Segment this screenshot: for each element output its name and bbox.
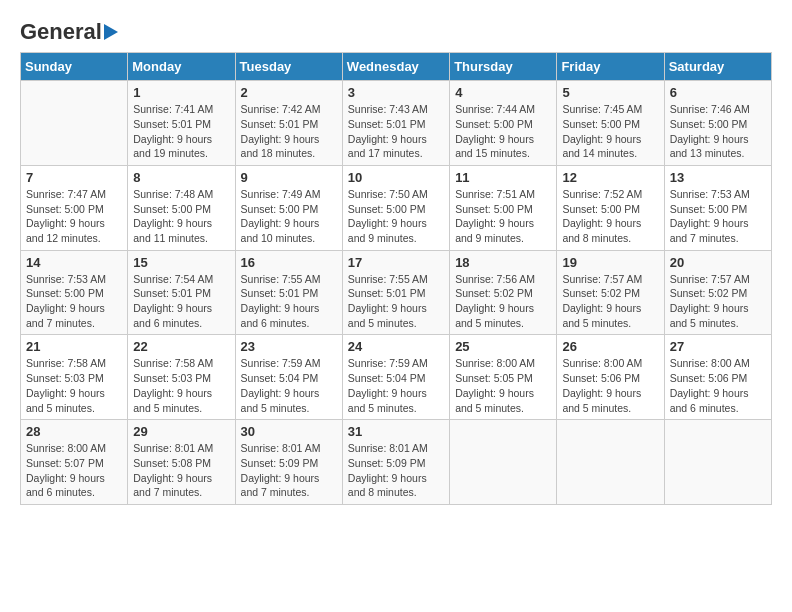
calendar-day-cell: 6Sunrise: 7:46 AMSunset: 5:00 PMDaylight… (664, 81, 771, 166)
calendar-week-row: 14Sunrise: 7:53 AMSunset: 5:00 PMDayligh… (21, 250, 772, 335)
day-number: 24 (348, 339, 444, 354)
calendar-day-cell: 17Sunrise: 7:55 AMSunset: 5:01 PMDayligh… (342, 250, 449, 335)
calendar-day-cell: 3Sunrise: 7:43 AMSunset: 5:01 PMDaylight… (342, 81, 449, 166)
day-number: 2 (241, 85, 337, 100)
day-info: Sunrise: 7:59 AMSunset: 5:04 PMDaylight:… (348, 356, 444, 415)
logo-text-general: General (20, 20, 102, 44)
day-info: Sunrise: 8:00 AMSunset: 5:05 PMDaylight:… (455, 356, 551, 415)
day-info: Sunrise: 7:46 AMSunset: 5:00 PMDaylight:… (670, 102, 766, 161)
day-info: Sunrise: 8:01 AMSunset: 5:09 PMDaylight:… (348, 441, 444, 500)
day-number: 16 (241, 255, 337, 270)
day-number: 21 (26, 339, 122, 354)
calendar-day-cell: 2Sunrise: 7:42 AMSunset: 5:01 PMDaylight… (235, 81, 342, 166)
calendar-day-cell: 18Sunrise: 7:56 AMSunset: 5:02 PMDayligh… (450, 250, 557, 335)
day-number: 6 (670, 85, 766, 100)
day-info: Sunrise: 7:42 AMSunset: 5:01 PMDaylight:… (241, 102, 337, 161)
calendar-week-row: 21Sunrise: 7:58 AMSunset: 5:03 PMDayligh… (21, 335, 772, 420)
day-info: Sunrise: 8:01 AMSunset: 5:08 PMDaylight:… (133, 441, 229, 500)
day-info: Sunrise: 7:45 AMSunset: 5:00 PMDaylight:… (562, 102, 658, 161)
calendar-day-cell: 15Sunrise: 7:54 AMSunset: 5:01 PMDayligh… (128, 250, 235, 335)
day-number: 4 (455, 85, 551, 100)
day-info: Sunrise: 7:48 AMSunset: 5:00 PMDaylight:… (133, 187, 229, 246)
day-number: 7 (26, 170, 122, 185)
day-number: 17 (348, 255, 444, 270)
day-number: 19 (562, 255, 658, 270)
day-number: 8 (133, 170, 229, 185)
day-info: Sunrise: 7:52 AMSunset: 5:00 PMDaylight:… (562, 187, 658, 246)
calendar-week-row: 28Sunrise: 8:00 AMSunset: 5:07 PMDayligh… (21, 420, 772, 505)
day-number: 12 (562, 170, 658, 185)
calendar-header-row: SundayMondayTuesdayWednesdayThursdayFrid… (21, 53, 772, 81)
calendar-day-cell: 12Sunrise: 7:52 AMSunset: 5:00 PMDayligh… (557, 165, 664, 250)
day-info: Sunrise: 8:01 AMSunset: 5:09 PMDaylight:… (241, 441, 337, 500)
day-info: Sunrise: 7:57 AMSunset: 5:02 PMDaylight:… (670, 272, 766, 331)
day-number: 11 (455, 170, 551, 185)
calendar-day-cell: 5Sunrise: 7:45 AMSunset: 5:00 PMDaylight… (557, 81, 664, 166)
logo: General (20, 20, 118, 44)
day-info: Sunrise: 7:49 AMSunset: 5:00 PMDaylight:… (241, 187, 337, 246)
day-info: Sunrise: 8:00 AMSunset: 5:06 PMDaylight:… (562, 356, 658, 415)
weekday-header: Monday (128, 53, 235, 81)
weekday-header: Sunday (21, 53, 128, 81)
calendar-day-cell: 25Sunrise: 8:00 AMSunset: 5:05 PMDayligh… (450, 335, 557, 420)
calendar-day-cell: 22Sunrise: 7:58 AMSunset: 5:03 PMDayligh… (128, 335, 235, 420)
calendar-day-cell (21, 81, 128, 166)
calendar-table: SundayMondayTuesdayWednesdayThursdayFrid… (20, 52, 772, 505)
day-number: 5 (562, 85, 658, 100)
calendar-day-cell: 4Sunrise: 7:44 AMSunset: 5:00 PMDaylight… (450, 81, 557, 166)
weekday-header: Thursday (450, 53, 557, 81)
day-info: Sunrise: 7:53 AMSunset: 5:00 PMDaylight:… (26, 272, 122, 331)
day-info: Sunrise: 7:58 AMSunset: 5:03 PMDaylight:… (133, 356, 229, 415)
calendar-day-cell (664, 420, 771, 505)
day-number: 18 (455, 255, 551, 270)
day-number: 10 (348, 170, 444, 185)
calendar-day-cell: 14Sunrise: 7:53 AMSunset: 5:00 PMDayligh… (21, 250, 128, 335)
day-number: 31 (348, 424, 444, 439)
calendar-day-cell: 8Sunrise: 7:48 AMSunset: 5:00 PMDaylight… (128, 165, 235, 250)
day-number: 23 (241, 339, 337, 354)
weekday-header: Saturday (664, 53, 771, 81)
calendar-day-cell: 29Sunrise: 8:01 AMSunset: 5:08 PMDayligh… (128, 420, 235, 505)
day-info: Sunrise: 7:47 AMSunset: 5:00 PMDaylight:… (26, 187, 122, 246)
day-number: 1 (133, 85, 229, 100)
day-info: Sunrise: 7:54 AMSunset: 5:01 PMDaylight:… (133, 272, 229, 331)
calendar-day-cell: 16Sunrise: 7:55 AMSunset: 5:01 PMDayligh… (235, 250, 342, 335)
calendar-day-cell: 19Sunrise: 7:57 AMSunset: 5:02 PMDayligh… (557, 250, 664, 335)
weekday-header: Wednesday (342, 53, 449, 81)
day-number: 29 (133, 424, 229, 439)
day-info: Sunrise: 7:44 AMSunset: 5:00 PMDaylight:… (455, 102, 551, 161)
day-info: Sunrise: 7:55 AMSunset: 5:01 PMDaylight:… (348, 272, 444, 331)
calendar-day-cell: 10Sunrise: 7:50 AMSunset: 5:00 PMDayligh… (342, 165, 449, 250)
calendar-day-cell: 7Sunrise: 7:47 AMSunset: 5:00 PMDaylight… (21, 165, 128, 250)
day-info: Sunrise: 7:56 AMSunset: 5:02 PMDaylight:… (455, 272, 551, 331)
calendar-day-cell: 13Sunrise: 7:53 AMSunset: 5:00 PMDayligh… (664, 165, 771, 250)
calendar-day-cell (557, 420, 664, 505)
calendar-day-cell: 24Sunrise: 7:59 AMSunset: 5:04 PMDayligh… (342, 335, 449, 420)
calendar-day-cell: 28Sunrise: 8:00 AMSunset: 5:07 PMDayligh… (21, 420, 128, 505)
day-number: 20 (670, 255, 766, 270)
day-info: Sunrise: 7:53 AMSunset: 5:00 PMDaylight:… (670, 187, 766, 246)
calendar-day-cell: 21Sunrise: 7:58 AMSunset: 5:03 PMDayligh… (21, 335, 128, 420)
day-number: 30 (241, 424, 337, 439)
day-info: Sunrise: 7:55 AMSunset: 5:01 PMDaylight:… (241, 272, 337, 331)
day-info: Sunrise: 7:58 AMSunset: 5:03 PMDaylight:… (26, 356, 122, 415)
calendar-day-cell: 23Sunrise: 7:59 AMSunset: 5:04 PMDayligh… (235, 335, 342, 420)
weekday-header: Friday (557, 53, 664, 81)
day-info: Sunrise: 7:41 AMSunset: 5:01 PMDaylight:… (133, 102, 229, 161)
day-info: Sunrise: 7:57 AMSunset: 5:02 PMDaylight:… (562, 272, 658, 331)
day-info: Sunrise: 7:51 AMSunset: 5:00 PMDaylight:… (455, 187, 551, 246)
calendar-day-cell: 27Sunrise: 8:00 AMSunset: 5:06 PMDayligh… (664, 335, 771, 420)
calendar-day-cell: 11Sunrise: 7:51 AMSunset: 5:00 PMDayligh… (450, 165, 557, 250)
day-number: 28 (26, 424, 122, 439)
day-number: 3 (348, 85, 444, 100)
logo-arrow-icon (104, 24, 118, 40)
day-number: 27 (670, 339, 766, 354)
calendar-day-cell (450, 420, 557, 505)
day-info: Sunrise: 8:00 AMSunset: 5:06 PMDaylight:… (670, 356, 766, 415)
calendar-day-cell: 9Sunrise: 7:49 AMSunset: 5:00 PMDaylight… (235, 165, 342, 250)
calendar-day-cell: 30Sunrise: 8:01 AMSunset: 5:09 PMDayligh… (235, 420, 342, 505)
day-number: 22 (133, 339, 229, 354)
day-number: 14 (26, 255, 122, 270)
day-info: Sunrise: 7:59 AMSunset: 5:04 PMDaylight:… (241, 356, 337, 415)
calendar-week-row: 7Sunrise: 7:47 AMSunset: 5:00 PMDaylight… (21, 165, 772, 250)
